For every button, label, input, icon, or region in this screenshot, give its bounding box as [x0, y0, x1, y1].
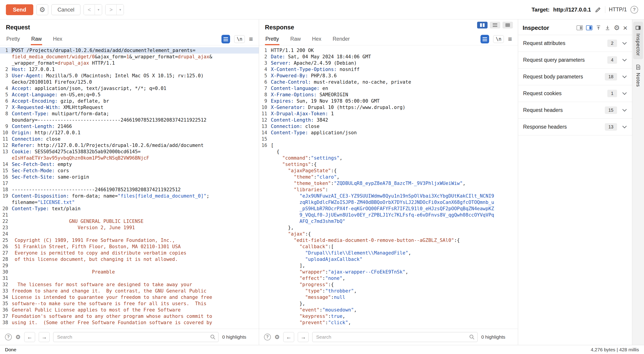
- code-line[interactable]: 32 The licenses for most software are de…: [0, 281, 259, 288]
- previous-match-button[interactable]: ←: [24, 332, 35, 342]
- show-newlines-button[interactable]: \n: [234, 35, 245, 43]
- response-tab-hex[interactable]: Hex: [312, 33, 322, 45]
- code-line[interactable]: 28 of this license document, but changin…: [0, 256, 259, 262]
- code-line[interactable]: 9Expires: Sun, 19 Nov 1978 05:00:00 GMT: [259, 98, 518, 104]
- code-line[interactable]: "effect":"none",: [259, 275, 518, 281]
- previous-match-button[interactable]: ←: [283, 332, 294, 342]
- code-line[interactable]: 10X-Generator: Drupal 10 (https://www.dr…: [259, 104, 518, 111]
- code-line[interactable]: {: [259, 149, 518, 155]
- code-line[interactable]: 20Content-Type: text/plain: [0, 205, 259, 212]
- code-line[interactable]: },: [259, 300, 518, 307]
- search-settings-icon[interactable]: ⚙: [274, 334, 280, 340]
- request-tab-raw[interactable]: Raw: [31, 33, 42, 45]
- request-tab-hex[interactable]: Hex: [52, 33, 63, 45]
- code-line[interactable]: },: [259, 224, 518, 231]
- search-input[interactable]: [53, 332, 218, 342]
- code-line[interactable]: AFQ_c7md3shm7bQ": [259, 218, 518, 224]
- send-button[interactable]: Send: [6, 4, 33, 15]
- code-line[interactable]: 19Content-Disposition: form-data; name="…: [0, 193, 259, 199]
- code-line[interactable]: 8X-Frame-Options: SAMEORIGIN: [259, 92, 518, 98]
- collapse-all-icon[interactable]: [596, 25, 602, 31]
- code-line[interactable]: "progress":{: [259, 281, 518, 288]
- code-line[interactable]: 16[: [259, 142, 518, 149]
- help-icon[interactable]: ?: [630, 6, 638, 13]
- code-line[interactable]: "event":"mousedown",: [259, 307, 518, 313]
- code-line[interactable]: 4X-Content-Type-Options: nosniff: [259, 66, 518, 73]
- code-line[interactable]: 18-----------------------------246619078…: [0, 186, 259, 193]
- inspector-section-request-attributes[interactable]: Request attributes2: [518, 35, 632, 52]
- code-line[interactable]: 3User-Agent: Mozilla/5.0 (Macintosh; Int…: [0, 73, 259, 79]
- code-line[interactable]: 7X-Requested-With: XMLHttpRequest: [0, 104, 259, 111]
- code-line[interactable]: "uploadAjaxCallback": [259, 256, 518, 262]
- code-line[interactable]: 15Sec-Fetch-Mode: cors: [0, 168, 259, 174]
- code-line[interactable]: "prevent":"click",: [259, 319, 518, 326]
- code-line[interactable]: 37Foundation's software and to any other…: [0, 313, 259, 319]
- code-line[interactable]: "libraries":: [259, 186, 518, 193]
- pretty-print-button[interactable]: [480, 35, 489, 43]
- code-line[interactable]: 3Server: Apache/2.4.59 (Debian): [259, 60, 518, 66]
- response-tab-render[interactable]: Render: [332, 33, 350, 45]
- code-line[interactable]: _pS9HLbR7ROcrPX4f-eqKGrOQ00FAFYFsR7IFZL9…: [259, 205, 518, 212]
- code-line[interactable]: 16Sec-Fetch-Site: same-origin: [0, 174, 259, 180]
- code-line[interactable]: 29: [0, 262, 259, 269]
- code-line[interactable]: ],: [259, 262, 518, 269]
- code-line[interactable]: "ajax":{: [259, 231, 518, 237]
- inspector-settings-icon[interactable]: ⚙: [614, 24, 620, 31]
- code-line[interactable]: 9Content-Length: 21466: [0, 123, 259, 130]
- code-line[interactable]: 33freedom to share and change it. By con…: [0, 288, 259, 294]
- code-line[interactable]: "edit-field-media-document-0-remove-butt…: [259, 237, 518, 243]
- code-line[interactable]: 24: [0, 231, 259, 237]
- request-editor[interactable]: 1POST /Projects/drupal-10.2.6/media/add/…: [0, 45, 259, 329]
- http-version-label[interactable]: HTTP/1: [609, 6, 627, 13]
- code-line[interactable]: eIsHfaaETVr3av95yvbqQhzn0kom1P5wPcNSqB2V…: [0, 155, 259, 161]
- code-line[interactable]: 38using it. (Some other Free Software Fo…: [0, 319, 259, 326]
- inspector-close-icon[interactable]: ×: [623, 24, 628, 32]
- editor-menu-icon[interactable]: ≡: [249, 36, 253, 42]
- code-line[interactable]: 6Accept-Encoding: gzip, deflate, br: [0, 98, 259, 104]
- response-editor[interactable]: 1HTTP/1.1 200 OK2Date: Sat, 04 May 2024 …: [259, 45, 518, 329]
- code-line[interactable]: 23 Version 2, June 1991: [0, 224, 259, 231]
- code-line[interactable]: "settings":{: [259, 161, 518, 168]
- code-line[interactable]: "type":"throbber",: [259, 288, 518, 294]
- code-line[interactable]: 35software--to make sure the software is…: [0, 300, 259, 307]
- send-settings-button[interactable]: ⚙: [36, 4, 48, 15]
- code-line[interactable]: 25 Copyright (C) 1989, 1991 Free Softwar…: [0, 237, 259, 243]
- code-line[interactable]: "keypress":true,: [259, 313, 518, 319]
- pretty-print-button[interactable]: [222, 35, 230, 43]
- code-line[interactable]: "theme_token":"ZQDBULqR8_eypZ8eA78_8azcT…: [259, 180, 518, 186]
- code-line[interactable]: "Drupal\\file\\Element\\ManagedFile",: [259, 250, 518, 256]
- code-line[interactable]: 22 GNU GENERAL PUBLIC LICENSE: [0, 218, 259, 224]
- forward-dropdown-button[interactable]: ▾: [116, 4, 124, 15]
- code-line[interactable]: 8Content-Type: multipart/form-data;: [0, 111, 259, 117]
- edit-target-icon[interactable]: [595, 6, 602, 13]
- code-line[interactable]: "theme":"claro",: [259, 174, 518, 180]
- cancel-button[interactable]: Cancel: [52, 4, 80, 15]
- code-line[interactable]: 14Content-Type: application/json: [259, 130, 518, 136]
- search-input[interactable]: [312, 332, 478, 342]
- inspector-section-response-headers[interactable]: Response headers13: [518, 119, 632, 135]
- code-line[interactable]: 13Connection: close: [259, 123, 518, 130]
- code-line[interactable]: 1HTTP/1.1 200 OK: [259, 47, 518, 54]
- code-line[interactable]: zqRlkgDdlcFWZoISJP8-ZM40dBBQoOrbX7DYsLJ2…: [259, 199, 518, 205]
- search-help-icon[interactable]: ?: [5, 334, 12, 341]
- expand-all-icon[interactable]: [604, 25, 610, 31]
- code-line[interactable]: 11X-Drupal-Ajax-Token: 1: [259, 111, 518, 117]
- show-newlines-button[interactable]: \n: [493, 35, 504, 43]
- code-line[interactable]: 5Accept-Language: en-US,en;q=0.5: [0, 92, 259, 98]
- code-line[interactable]: "eJx9UNFuwzAI_CE3-YZ9SUUIWdmw8Qyu1n19nSp…: [259, 193, 518, 199]
- back-button[interactable]: <: [84, 4, 95, 15]
- single-layout-button[interactable]: [502, 22, 513, 28]
- code-line[interactable]: 6Cache-Control: must-revalidate, no-cach…: [259, 79, 518, 85]
- next-match-button[interactable]: →: [298, 332, 309, 342]
- editor-menu-icon[interactable]: ≡: [508, 36, 512, 42]
- code-line[interactable]: 2Date: Sat, 04 May 2024 18:44:06 GMT: [259, 54, 518, 60]
- inspector-section-request-cookies[interactable]: Request cookies1: [518, 85, 632, 102]
- side-tab-inspector[interactable]: Inspector: [633, 22, 643, 59]
- rows-layout-button[interactable]: [490, 22, 500, 28]
- code-line[interactable]: 12Referer: http://127.0.0.1/Projects/dru…: [0, 142, 259, 149]
- back-dropdown-button[interactable]: ▾: [95, 4, 102, 15]
- code-line[interactable]: 31: [0, 275, 259, 281]
- code-line[interactable]: 10Origin: http://127.0.0.1: [0, 130, 259, 136]
- search-help-icon[interactable]: ?: [264, 334, 271, 341]
- code-line[interactable]: 27 Everyone is permitted to copy and dis…: [0, 250, 259, 256]
